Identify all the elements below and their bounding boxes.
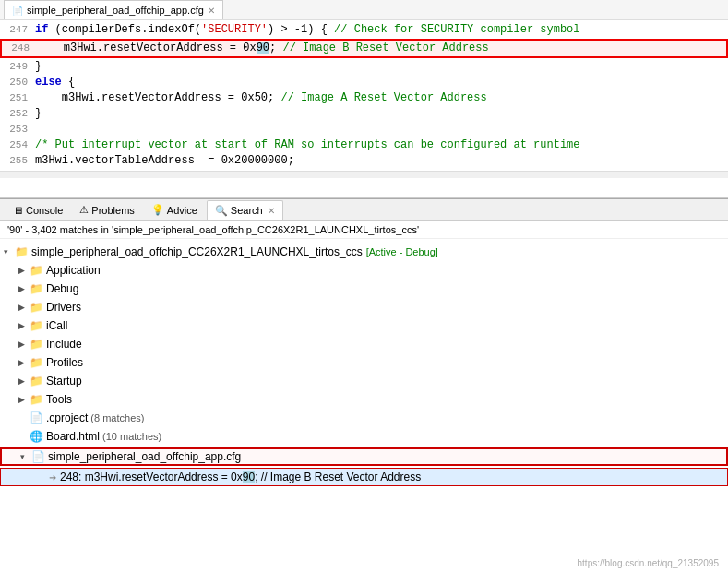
tree-item-project[interactable]: ▾ 📁 simple_peripheral_oad_offchip_CC26X2… [0, 243, 728, 261]
line-number: 253 [0, 122, 35, 137]
tree-item-cfg-file[interactable]: ▾ 📄 simple_peripheral_oad_offchip_app.cf… [0, 447, 728, 466]
problems-icon: ⚠ [79, 204, 89, 216]
tools-folder-icon: 📁 [30, 393, 43, 406]
tree-arrow-startup: ▶ [18, 376, 28, 386]
search-summary: '90' - 3,402 matches in 'simple_peripher… [0, 221, 728, 239]
line-text: m3Hwi.vectorTableAddress = 0x20000000; [35, 153, 728, 169]
tab-advice[interactable]: 💡 Advice [144, 200, 205, 220]
tree-arrow-project: ▾ [4, 247, 13, 256]
line-number: 254 [0, 137, 35, 153]
line-number: 251 [0, 90, 35, 106]
tab-label: simple_peripheral_oad_offchip_app.cfg [27, 5, 204, 16]
tree-item-application[interactable]: ▶ 📁 Application [0, 261, 728, 280]
tree-arrow-drivers: ▶ [18, 303, 28, 312]
code-line-249: 249 } [0, 59, 728, 75]
tree-arrow-icall: ▶ [18, 321, 28, 330]
line-text: if (compilerDefs.indexOf('SECURITY') > -… [35, 22, 728, 38]
tree-item-icall[interactable]: ▶ 📁 iCall [0, 316, 728, 335]
icall-label: iCall [46, 319, 67, 332]
code-line-252: 252 } [0, 106, 728, 122]
project-label: simple_peripheral_oad_offchip_CC26X2R1_L… [31, 245, 363, 258]
search-tab-close[interactable]: ✕ [268, 206, 275, 216]
tree-item-cproject[interactable]: 📄 .cproject (8 matches) [0, 409, 728, 427]
code-line-255: 255 m3Hwi.vectorTableAddress = 0x2000000… [0, 153, 728, 169]
drivers-label: Drivers [46, 301, 81, 314]
advice-icon: 💡 [151, 204, 164, 216]
debug-label: Debug [46, 282, 78, 295]
cproject-label: .cproject [46, 411, 88, 424]
tools-label: Tools [46, 393, 72, 406]
tree-arrow-application: ▶ [18, 266, 28, 275]
code-line-250: 250 else { [0, 75, 728, 90]
tree-item-boardhtml[interactable]: 🌐 Board.html (10 matches) [0, 427, 728, 446]
cfg-file-label: simple_peripheral_oad_offchip_app.cfg [48, 450, 241, 463]
tree-item-startup[interactable]: ▶ 📁 Startup [0, 372, 728, 390]
line-number: 248 [2, 41, 37, 56]
application-label: Application [46, 264, 101, 277]
editor-tab[interactable]: 📄 simple_peripheral_oad_offchip_app.cfg … [4, 0, 223, 19]
panel-tabs-bar: 🖥 Console ⚠ Problems 💡 Advice 🔍 Search ✕ [0, 199, 728, 221]
problems-label: Problems [91, 205, 134, 216]
drivers-folder-icon: 📁 [30, 301, 43, 314]
advice-label: Advice [167, 205, 197, 216]
cproject-match-count: (8 matches) [90, 412, 144, 423]
line-number: 250 [0, 75, 35, 90]
code-line-254: 254 /* Put interrupt vector at start of … [0, 137, 728, 153]
cproject-file-icon: 📄 [30, 411, 43, 424]
console-icon: 🖥 [13, 205, 23, 216]
code-line-248: 248 m3Hwi.resetVectorAddress = 0x90; // … [0, 39, 728, 58]
tree-item-drivers[interactable]: ▶ 📁 Drivers [0, 298, 728, 316]
tree-arrow-profiles: ▶ [18, 358, 28, 367]
tree-item-include[interactable]: ▶ 📁 Include [0, 335, 728, 353]
code-line-253: 253 [0, 122, 728, 137]
console-label: Console [26, 205, 63, 216]
application-folder-icon: 📁 [30, 264, 43, 277]
tab-console[interactable]: 🖥 Console [6, 200, 70, 220]
boardhtml-file-icon: 🌐 [30, 430, 43, 443]
panel-watermark: https://blog.csdn.net/qq_21352095 [0, 556, 724, 570]
debug-folder-icon: 📁 [30, 282, 43, 295]
tree-item-profiles[interactable]: ▶ 📁 Profiles [0, 353, 728, 372]
tree-item-result-248[interactable]: ➜ 248: m3Hwi.resetVectorAddress = 0x90; … [0, 468, 728, 486]
result-line-text: 248: m3Hwi.resetVectorAddress = 0x90; //… [60, 471, 421, 483]
code-line-251: 251 m3Hwi.resetVectorAddress = 0x50; // … [0, 90, 728, 106]
code-line-247: 247 if (compilerDefs.indexOf('SECURITY')… [0, 22, 728, 38]
tab-search[interactable]: 🔍 Search ✕ [207, 200, 283, 220]
line-text: else { [35, 75, 728, 90]
line-text: } [35, 59, 728, 75]
result-arrow-icon: ➜ [49, 472, 56, 483]
tab-close-icon[interactable]: ✕ [208, 6, 215, 16]
line-text: } [35, 106, 728, 122]
tree-arrow-include: ▶ [18, 340, 28, 349]
boardhtml-match-count: (10 matches) [102, 431, 161, 442]
startup-folder-icon: 📁 [30, 375, 43, 387]
tree-arrow-tools: ▶ [18, 395, 28, 404]
line-number: 249 [0, 59, 35, 75]
profiles-label: Profiles [46, 356, 83, 369]
line-number: 247 [0, 22, 35, 38]
line-text: /* Put interrupt vector at start of RAM … [35, 137, 728, 153]
profiles-folder-icon: 📁 [30, 356, 43, 369]
cfg-file-icon: 📄 [31, 450, 45, 463]
search-icon: 🔍 [215, 205, 228, 217]
line-number: 252 [0, 106, 35, 122]
line-text: m3Hwi.resetVectorAddress = 0x90; // Imag… [37, 41, 726, 56]
project-active-badge: [Active - Debug] [366, 246, 438, 257]
tree-container: ▾ 📁 simple_peripheral_oad_offchip_CC26X2… [0, 239, 728, 490]
bottom-panel: 🖥 Console ⚠ Problems 💡 Advice 🔍 Search ✕… [0, 198, 728, 572]
line-number: 255 [0, 153, 35, 169]
search-label: Search [231, 205, 263, 216]
boardhtml-label: Board.html [46, 430, 100, 443]
code-editor: 📄 simple_peripheral_oad_offchip_app.cfg … [0, 0, 728, 198]
tab-file-icon: 📄 [12, 6, 23, 16]
tab-problems[interactable]: ⚠ Problems [72, 200, 141, 220]
tree-arrow-debug: ▶ [18, 284, 28, 293]
search-results-area[interactable]: '90' - 3,402 matches in 'simple_peripher… [0, 221, 728, 558]
project-folder-icon: 📁 [15, 245, 29, 258]
code-scrollbar-x[interactable] [0, 171, 728, 178]
icall-folder-icon: 📁 [30, 319, 43, 332]
line-text: m3Hwi.resetVectorAddress = 0x50; // Imag… [35, 90, 728, 106]
tree-item-debug[interactable]: ▶ 📁 Debug [0, 280, 728, 298]
tree-item-tools[interactable]: ▶ 📁 Tools [0, 390, 728, 409]
include-label: Include [46, 338, 82, 351]
